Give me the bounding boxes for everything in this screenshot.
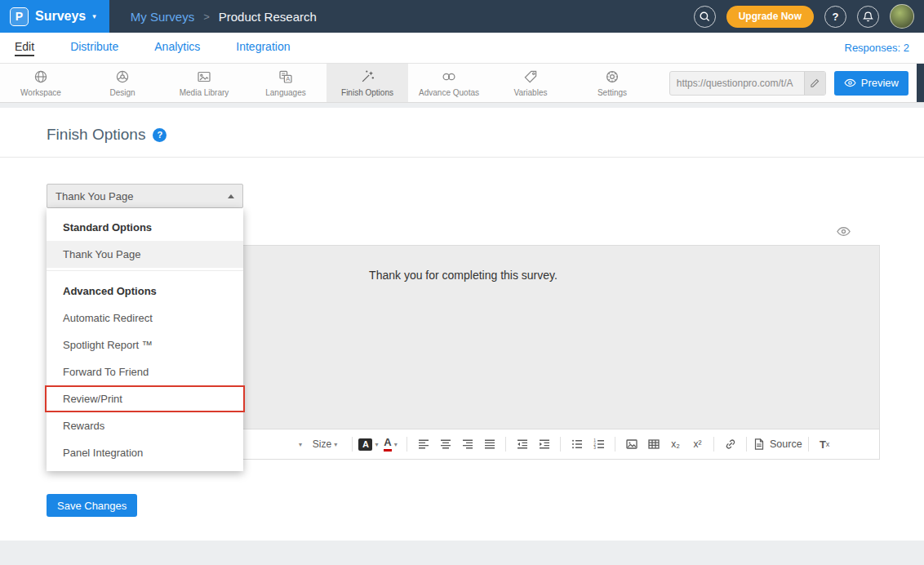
questionpro-logo: P xyxy=(10,7,29,26)
superscript-button[interactable]: x² xyxy=(687,434,708,455)
toolbar-item-label: Variables xyxy=(514,88,548,97)
align-right-button[interactable] xyxy=(457,434,478,455)
question-mark-icon: ? xyxy=(833,11,839,23)
insert-link-button[interactable] xyxy=(720,434,740,455)
survey-url-group: Preview xyxy=(669,64,917,102)
menu-item-forward-to-friend[interactable]: Forward To Friend xyxy=(47,358,243,385)
toolbar-item-finish-options[interactable]: Finish Options xyxy=(327,64,408,102)
font-dropdown[interactable]: ▾ xyxy=(253,434,302,455)
align-left-button[interactable] xyxy=(413,434,433,455)
pencil-icon xyxy=(810,78,820,88)
chevron-up-icon xyxy=(228,194,234,198)
topbar: P Surveys ▾ My Surveys > Product Researc… xyxy=(0,0,924,33)
breadcrumb-my-surveys[interactable]: My Surveys xyxy=(131,10,194,24)
survey-toolbar: Workspace Design Media Library A Languag… xyxy=(0,64,924,103)
breadcrumb-current: Product Research xyxy=(219,10,317,24)
save-changes-button[interactable]: Save Changes xyxy=(47,494,137,517)
bullet-list-button[interactable] xyxy=(566,434,587,455)
align-justify-button[interactable] xyxy=(479,434,500,455)
table-icon xyxy=(647,438,660,451)
avatar[interactable] xyxy=(890,4,914,29)
source-button[interactable]: Source xyxy=(753,434,802,455)
align-center-icon xyxy=(439,438,452,451)
chevron-down-icon: ▾ xyxy=(334,441,337,448)
outdent-icon xyxy=(516,438,529,451)
advance-quotas-icon xyxy=(441,69,457,85)
toolbar-item-label: Workspace xyxy=(20,88,61,97)
menu-item-spotlight-report[interactable]: Spotlight Report ™ xyxy=(47,331,243,358)
remove-format-button[interactable]: Tx xyxy=(815,434,835,455)
finish-option-selected-value: Thank You Page xyxy=(56,190,133,202)
variables-icon xyxy=(522,69,539,85)
align-right-icon xyxy=(461,438,474,451)
tab-distribute[interactable]: Distribute xyxy=(70,40,118,56)
toolbar-item-languages[interactable]: A Languages xyxy=(245,64,327,102)
align-center-button[interactable] xyxy=(435,434,455,455)
size-dropdown[interactable]: Size ▾ xyxy=(304,434,346,455)
help-button[interactable]: ? xyxy=(824,6,846,28)
toolbar-separator xyxy=(352,437,353,452)
toolbar-item-label: Settings xyxy=(597,88,627,97)
upgrade-now-button[interactable]: Upgrade Now xyxy=(726,6,814,28)
outdent-button[interactable] xyxy=(512,434,532,455)
toolbar-item-design[interactable]: Design xyxy=(82,64,163,102)
background-color-button[interactable]: A ▾ xyxy=(358,434,379,455)
toolbar-item-advance-quotas[interactable]: Advance Quotas xyxy=(408,64,490,102)
section-tabs: Edit Distribute Analytics Integration xyxy=(15,40,290,56)
media-library-icon xyxy=(196,69,212,85)
toolbar-item-media-library[interactable]: Media Library xyxy=(163,64,245,102)
numbered-list-button[interactable]: 123 xyxy=(589,434,609,455)
design-icon xyxy=(114,69,131,85)
product-switcher[interactable]: P Surveys ▾ xyxy=(0,0,109,33)
image-icon xyxy=(625,438,638,451)
eye-icon xyxy=(844,78,856,87)
edit-url-button[interactable] xyxy=(804,71,825,96)
breadcrumb-separator: > xyxy=(203,11,210,23)
section-tabs-row: Edit Distribute Analytics Integration Re… xyxy=(0,33,924,64)
toolbar-item-label: Design xyxy=(109,88,135,97)
link-icon xyxy=(724,438,737,451)
editor-text: Thank you for completing this survey. xyxy=(369,269,558,282)
toolbar-item-label: Languages xyxy=(265,88,306,97)
source-icon xyxy=(753,438,766,451)
align-left-icon xyxy=(417,438,430,451)
toolbar-separator xyxy=(615,437,615,452)
tab-integration[interactable]: Integration xyxy=(236,40,290,56)
text-color-button[interactable]: A ▾ xyxy=(380,434,401,455)
finish-option-select[interactable]: Thank You Page xyxy=(47,184,243,208)
notifications-button[interactable] xyxy=(857,6,879,28)
chevron-down-icon: ▾ xyxy=(375,441,378,448)
title-divider xyxy=(0,157,924,158)
menu-item-automatic-redirect[interactable]: Automatic Redirect xyxy=(47,305,243,331)
breadcrumb: My Surveys > Product Research xyxy=(131,10,317,24)
page-background: Finish Options ? Thank You Page Standard… xyxy=(0,103,924,563)
insert-table-button[interactable] xyxy=(643,434,664,455)
logo-letter: P xyxy=(16,10,23,23)
page-help-icon[interactable]: ? xyxy=(153,128,167,142)
preview-button[interactable]: Preview xyxy=(834,71,908,96)
toolbar-item-variables[interactable]: Variables xyxy=(490,64,571,102)
toolbar-separator xyxy=(560,437,561,452)
search-button[interactable] xyxy=(694,6,716,28)
editor-preview-toggle[interactable] xyxy=(836,225,851,240)
page-title-row: Finish Options ? xyxy=(47,126,167,144)
side-panel-toggle[interactable] xyxy=(917,64,924,102)
toolbar-item-label: Advance Quotas xyxy=(419,88,479,97)
survey-url-input[interactable] xyxy=(670,72,804,95)
menu-item-rewards[interactable]: Rewards xyxy=(47,412,243,439)
chevron-down-icon: ▾ xyxy=(394,441,398,448)
menu-group-header-advanced: Advanced Options xyxy=(47,277,243,305)
settings-icon xyxy=(604,69,620,85)
insert-image-button[interactable] xyxy=(621,434,642,455)
toolbar-item-settings[interactable]: Settings xyxy=(571,64,653,102)
tab-analytics[interactable]: Analytics xyxy=(154,40,200,56)
menu-item-thank-you-page[interactable]: Thank You Page xyxy=(47,241,243,268)
background-color-icon: A xyxy=(358,438,372,451)
responses-count-link[interactable]: Responses: 2 xyxy=(845,42,910,54)
tab-edit[interactable]: Edit xyxy=(15,40,34,56)
subscript-button[interactable]: x₂ xyxy=(665,434,686,455)
indent-button[interactable] xyxy=(534,434,554,455)
toolbar-item-workspace[interactable]: Workspace xyxy=(0,64,82,102)
menu-item-review-print[interactable]: Review/Print xyxy=(45,385,245,412)
menu-item-panel-integration[interactable]: Panel Integration xyxy=(47,439,243,466)
